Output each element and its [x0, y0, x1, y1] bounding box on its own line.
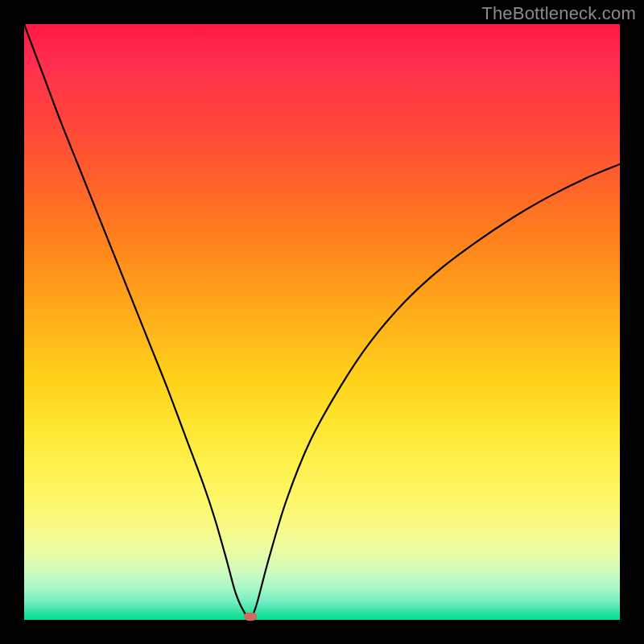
- chart-frame: TheBottleneck.com: [0, 0, 644, 644]
- curve-svg: [24, 24, 620, 620]
- optimum-marker: [244, 613, 257, 621]
- bottleneck-curve: [24, 24, 620, 617]
- watermark-text: TheBottleneck.com: [481, 3, 636, 24]
- plot-area: [24, 24, 620, 620]
